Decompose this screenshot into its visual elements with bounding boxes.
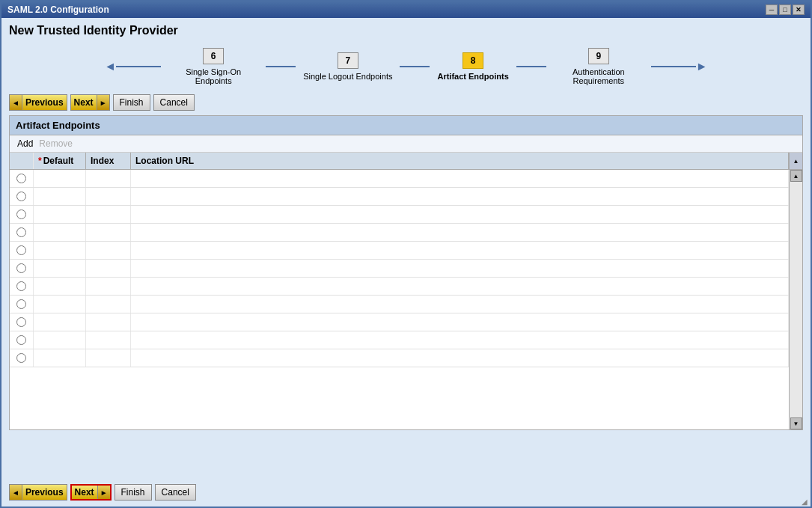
td-location-9	[131, 313, 789, 331]
td-default-11	[34, 349, 86, 367]
step-7: 7 Single Logout Endpoints	[303, 52, 392, 81]
step-line-3	[516, 66, 546, 67]
cancel-button-top[interactable]: Cancel	[153, 94, 195, 111]
td-default-5	[34, 242, 86, 259]
td-index-11	[86, 349, 131, 367]
td-location-11	[131, 349, 789, 367]
td-select-3[interactable]	[10, 206, 34, 223]
step-8-number: 8	[463, 52, 483, 69]
table-row	[10, 313, 789, 331]
wizard-steps: ◄ 6 Single Sign-On Endpoints 7 Single Lo…	[9, 43, 803, 90]
td-default-3	[34, 206, 86, 223]
row-radio-3[interactable]	[16, 209, 26, 219]
td-location-10	[131, 331, 789, 349]
previous-button-bottom[interactable]: ◄ Previous	[9, 484, 67, 501]
next-arrow-right-bottom: ►	[97, 486, 110, 499]
th-scroll-top[interactable]: ▲	[789, 153, 802, 169]
table-row	[10, 224, 789, 242]
td-select-1[interactable]	[10, 170, 34, 187]
toolbar-bottom: ◄ Previous Next ► Finish Cancel	[9, 484, 803, 501]
td-select-10[interactable]	[10, 331, 34, 349]
scroll-track: ▲ ▼	[789, 170, 802, 429]
close-button[interactable]: ✕	[793, 4, 805, 15]
previous-arrow-left-top: ◄	[10, 95, 22, 110]
td-default-10	[34, 331, 86, 349]
next-button-bottom[interactable]: Next ►	[70, 484, 112, 501]
row-radio-4[interactable]	[16, 227, 26, 237]
page-title: New Trusted Identity Provider	[9, 24, 803, 37]
table-row	[10, 188, 789, 206]
td-default-9	[34, 313, 86, 331]
previous-arrow-left-bottom: ◄	[10, 485, 22, 500]
td-default-6	[34, 260, 86, 277]
step-7-label: Single Logout Endpoints	[303, 72, 392, 81]
title-bar-buttons: ─ □ ✕	[766, 4, 805, 15]
maximize-button[interactable]: □	[779, 4, 791, 15]
scroll-up-button[interactable]: ▲	[790, 170, 802, 182]
bottom-area	[9, 435, 803, 480]
td-index-8	[86, 296, 131, 313]
th-index: Index	[86, 153, 131, 169]
finish-button-bottom[interactable]: Finish	[115, 484, 152, 501]
panel-header: Artifact Endpoints	[10, 116, 802, 135]
wizard-left-arrow: ◄	[104, 60, 161, 73]
next-button-top[interactable]: Next ►	[70, 94, 110, 111]
table-rows-container	[10, 170, 789, 429]
row-radio-11[interactable]	[16, 353, 26, 363]
th-default: *Default	[34, 153, 86, 169]
td-select-6[interactable]	[10, 260, 34, 277]
row-radio-10[interactable]	[16, 335, 26, 345]
td-location-4	[131, 224, 789, 241]
scroll-down-button[interactable]: ▼	[790, 417, 802, 429]
row-radio-1[interactable]	[16, 174, 26, 183]
panel-toolbar: Add Remove	[10, 135, 802, 153]
td-index-1	[86, 170, 131, 187]
table-body: ▲ ▼	[10, 170, 802, 429]
td-index-9	[86, 313, 131, 331]
step-9-number: 9	[588, 48, 609, 64]
add-button[interactable]: Add	[16, 138, 34, 149]
finish-button-top[interactable]: Finish	[113, 94, 150, 111]
td-select-7[interactable]	[10, 278, 34, 295]
td-index-2	[86, 188, 131, 205]
minimize-button[interactable]: ─	[766, 4, 778, 15]
td-select-4[interactable]	[10, 224, 34, 241]
th-select-col	[10, 153, 34, 169]
row-radio-9[interactable]	[16, 317, 26, 327]
row-radio-7[interactable]	[16, 281, 26, 291]
td-location-7	[131, 278, 789, 295]
td-select-9[interactable]	[10, 313, 34, 331]
td-select-5[interactable]	[10, 242, 34, 259]
step-6: 6 Single Sign-On Endpoints	[168, 48, 258, 85]
title-bar: SAML 2.0 Configuration ─ □ ✕	[1, 1, 811, 18]
td-index-5	[86, 242, 131, 259]
td-index-7	[86, 278, 131, 295]
td-default-4	[34, 224, 86, 241]
td-location-3	[131, 206, 789, 223]
resize-handle[interactable]: ◢	[802, 498, 811, 507]
steps-container: ◄ 6 Single Sign-On Endpoints 7 Single Lo…	[104, 48, 707, 85]
next-label-top: Next	[71, 97, 97, 108]
step-9-label: Authentication Requirements	[554, 67, 644, 85]
td-default-1	[34, 170, 86, 187]
content-area: New Trusted Identity Provider ◄ 6 Single…	[1, 18, 811, 507]
td-default-7	[34, 278, 86, 295]
td-select-11[interactable]	[10, 349, 34, 367]
td-select-8[interactable]	[10, 296, 34, 313]
row-radio-5[interactable]	[16, 245, 26, 255]
next-label-bottom: Next	[72, 487, 97, 498]
cancel-button-bottom[interactable]: Cancel	[155, 484, 196, 501]
step-line-2	[400, 66, 430, 67]
th-location: Location URL	[131, 153, 789, 169]
remove-button[interactable]: Remove	[37, 138, 74, 149]
table-row	[10, 242, 789, 260]
td-select-2[interactable]	[10, 188, 34, 205]
td-location-1	[131, 170, 789, 187]
row-radio-6[interactable]	[16, 263, 26, 273]
previous-button-top[interactable]: ◄ Previous	[9, 94, 67, 111]
step-8: 8 Artifact Endpoints	[437, 52, 508, 81]
td-location-6	[131, 260, 789, 277]
previous-label-top: Previous	[22, 97, 67, 108]
row-radio-2[interactable]	[16, 192, 26, 201]
row-radio-8[interactable]	[16, 299, 26, 309]
